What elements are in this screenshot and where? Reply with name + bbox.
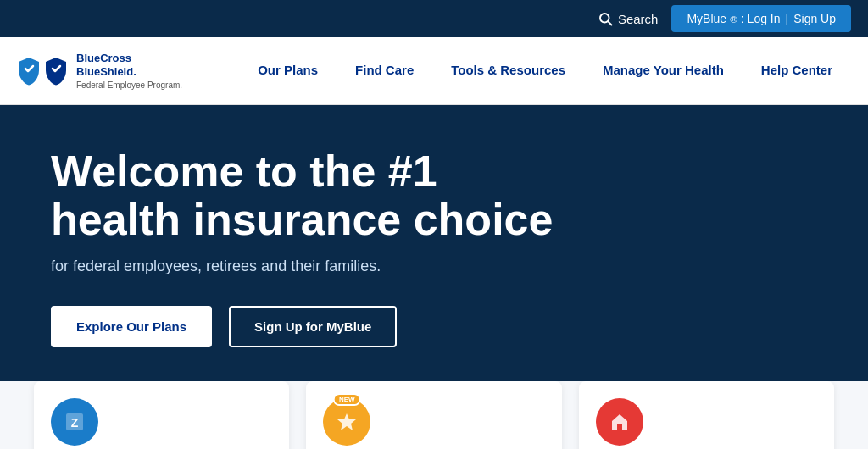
card-circle-blue: Z [51,398,98,446]
myblue-button[interactable]: MyBlue®: Log In | Sign Up [671,5,851,32]
cards-section: Z NEW [0,381,868,449]
search-icon [598,11,613,26]
logo-text: BlueCross BlueShield. Federal Employee P… [76,52,182,89]
myblue-sup: ® [730,14,737,25]
card-icon-1: Z [63,410,86,434]
nav-item-help-center[interactable]: Help Center [743,39,851,103]
nav-item-tools-resources[interactable]: Tools & Resources [432,39,584,103]
nav-links: Our Plans Find Care Tools & Resources Ma… [186,39,851,103]
search-label: Search [618,12,659,26]
hero-buttons: Explore Our Plans Sign Up for MyBlue [51,306,817,347]
card-circle-yellow: NEW [323,398,370,446]
svg-text:Z: Z [71,416,79,430]
utility-bar: Search MyBlue®: Log In | Sign Up [0,0,868,37]
card-3[interactable] [579,381,834,449]
hero-subtitle: for federal employees, retirees and thei… [51,258,817,275]
nav-item-find-care[interactable]: Find Care [337,39,432,103]
nav-bar: BlueCross BlueShield. Federal Employee P… [0,37,868,105]
explore-plans-button[interactable]: Explore Our Plans [51,306,212,347]
login-label: Log In [748,12,781,25]
logo-name: BlueCross BlueShield. [76,52,182,78]
hero-section: Welcome to the #1 health insurance choic… [0,105,868,381]
svg-marker-4 [337,413,356,430]
shield-blue-alt-icon [44,57,68,86]
svg-line-1 [608,21,611,25]
shield-blue-icon [17,57,41,86]
logo-shield [17,57,68,86]
logo-area[interactable]: BlueCross BlueShield. Federal Employee P… [17,52,186,89]
nav-item-our-plans[interactable]: Our Plans [239,39,337,103]
card-2[interactable]: NEW [306,381,561,449]
new-badge: NEW [333,393,361,406]
nav-item-manage-health[interactable]: Manage Your Health [584,39,743,103]
divider: | [786,12,789,25]
myblue-label: MyBlue [687,12,726,25]
card-1[interactable]: Z [34,381,289,449]
signup-label: Sign Up [793,12,836,25]
card-circle-red [596,398,643,446]
hero-title: Welcome to the #1 health insurance choic… [51,147,559,244]
card-icon-2 [335,410,359,434]
card-icon-3 [608,410,632,434]
search-area[interactable]: Search [598,11,659,26]
logo-sub: Federal Employee Program. [76,80,182,90]
signup-myblue-button[interactable]: Sign Up for MyBlue [229,306,397,347]
